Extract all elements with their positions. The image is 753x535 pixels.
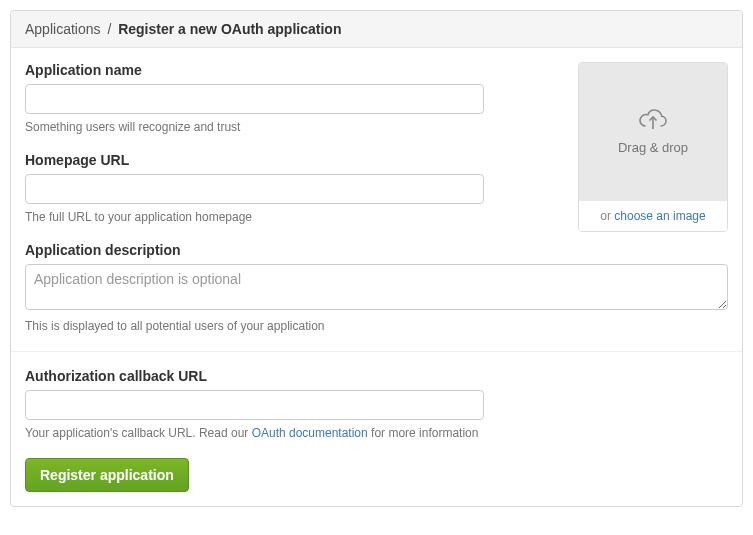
section-divider: [11, 351, 742, 352]
input-homepage-url[interactable]: [25, 174, 484, 204]
hint-callback-prefix: Your application's callback URL. Read ou…: [25, 426, 252, 440]
choose-image-row: or choose an image: [579, 201, 727, 231]
hint-callback-url: Your application's callback URL. Read ou…: [25, 426, 728, 440]
field-homepage-url: Homepage URL The full URL to your applic…: [25, 152, 560, 224]
field-description: Application description This is displaye…: [25, 242, 728, 333]
or-text: or: [600, 209, 614, 223]
top-row: Application name Something users will re…: [25, 62, 728, 242]
hint-callback-suffix: for more information: [368, 426, 479, 440]
label-callback-url: Authorization callback URL: [25, 368, 728, 384]
breadcrumb-separator: /: [104, 21, 114, 37]
drop-text: Drag & drop: [618, 140, 688, 155]
register-application-button[interactable]: Register application: [25, 458, 189, 492]
cloud-upload-icon: [638, 109, 668, 134]
breadcrumb-parent[interactable]: Applications: [25, 21, 101, 37]
label-description: Application description: [25, 242, 728, 258]
label-homepage-url: Homepage URL: [25, 152, 560, 168]
breadcrumb: Applications / Register a new OAuth appl…: [11, 11, 742, 48]
input-application-name[interactable]: [25, 84, 484, 114]
oauth-documentation-link[interactable]: OAuth documentation: [252, 426, 368, 440]
field-callback-url: Authorization callback URL Your applicat…: [25, 368, 728, 440]
panel-body: Application name Something users will re…: [11, 48, 742, 506]
left-column: Application name Something users will re…: [25, 62, 560, 242]
image-uploader: Drag & drop or choose an image: [578, 62, 728, 232]
hint-description: This is displayed to all potential users…: [25, 319, 728, 333]
oauth-register-panel: Applications / Register a new OAuth appl…: [10, 10, 743, 507]
hint-application-name: Something users will recognize and trust: [25, 120, 560, 134]
textarea-description[interactable]: [25, 264, 728, 310]
breadcrumb-current: Register a new OAuth application: [118, 21, 341, 37]
hint-homepage-url: The full URL to your application homepag…: [25, 210, 560, 224]
choose-image-link[interactable]: choose an image: [614, 209, 705, 223]
drop-area[interactable]: Drag & drop: [579, 63, 727, 201]
input-callback-url[interactable]: [25, 390, 484, 420]
field-application-name: Application name Something users will re…: [25, 62, 560, 134]
label-application-name: Application name: [25, 62, 560, 78]
